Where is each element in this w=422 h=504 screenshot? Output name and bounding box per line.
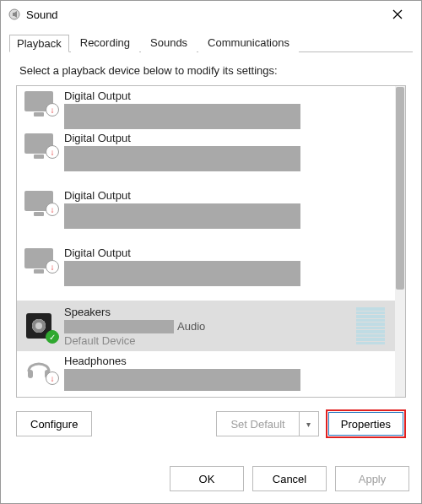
tab-recording[interactable]: Recording [71, 32, 139, 52]
device-icon-wrap: ↓ [20, 355, 57, 380]
set-default-dropdown[interactable]: ▾ [299, 411, 319, 436]
device-subline: Audio [64, 320, 356, 333]
set-default-button[interactable]: Set Default [216, 411, 298, 436]
device-icon-wrap: ↓ [20, 189, 57, 211]
redacted-subtext [64, 104, 300, 129]
redacted-subtext [64, 261, 300, 286]
redacted-subtext [64, 320, 174, 333]
close-icon [392, 9, 403, 19]
device-text: Headphones [57, 355, 392, 391]
device-name: Speakers [64, 306, 356, 318]
titlebar: Sound [1, 1, 421, 28]
level-meter [356, 307, 385, 344]
sound-dialog: Sound Playback Recording Sounds Communic… [0, 0, 422, 504]
device-status: Default Device [64, 334, 356, 347]
tab-playback[interactable]: Playback [9, 35, 69, 52]
device-name: Digital Output [64, 247, 392, 259]
redacted-subtext [64, 369, 300, 391]
device-list-inner: ↓ Digital Output ↓ Digital Output [17, 86, 395, 397]
device-text: Digital Output [57, 247, 392, 286]
sound-app-icon [8, 8, 21, 21]
down-arrow-icon: ↓ [46, 203, 59, 216]
properties-button[interactable]: Properties [328, 412, 403, 436]
configure-button[interactable]: Configure [16, 411, 92, 436]
set-default-group: Set Default ▾ [216, 411, 318, 436]
device-icon-wrap: ↓ [20, 89, 57, 111]
dialog-button-row: OK Cancel Apply [1, 458, 421, 503]
down-arrow-icon: ↓ [46, 103, 59, 117]
device-text: Speakers Audio Default Device [57, 306, 356, 347]
down-arrow-icon: ↓ [46, 145, 59, 159]
tab-sounds[interactable]: Sounds [141, 32, 197, 52]
device-name: Digital Output [64, 132, 392, 144]
panel-button-row: Configure Set Default ▾ Properties [16, 409, 406, 438]
close-button[interactable] [381, 2, 414, 27]
device-text: Digital Output [57, 89, 392, 129]
device-row-selected[interactable]: ✓ Speakers Audio Default Device [17, 301, 395, 351]
apply-button[interactable]: Apply [335, 466, 409, 491]
scrollbar[interactable] [395, 86, 405, 397]
device-name: Digital Output [64, 89, 392, 102]
instruction-text: Select a playback device below to modify… [19, 64, 403, 77]
device-icon-wrap: ↓ [20, 132, 57, 154]
redacted-subtext [64, 203, 300, 229]
check-icon: ✓ [46, 330, 59, 344]
playback-panel: Select a playback device below to modify… [9, 51, 413, 451]
device-icon-wrap: ↓ [20, 247, 57, 268]
redacted-subtext [64, 146, 300, 171]
device-text: Digital Output [57, 189, 392, 229]
device-icon-wrap: ✓ [20, 313, 57, 339]
svg-rect-1 [28, 370, 33, 378]
ok-button[interactable]: OK [170, 466, 244, 491]
chevron-down-icon: ▾ [306, 420, 311, 429]
device-row[interactable]: ↓ Digital Output [17, 128, 395, 186]
device-sub-suffix: Audio [177, 320, 205, 333]
device-row[interactable]: ↓ Headphones [17, 351, 395, 395]
properties-highlight: Properties [326, 409, 406, 438]
tab-strip: Playback Recording Sounds Communications [1, 28, 421, 51]
device-name: Digital Output [64, 189, 392, 202]
scroll-thumb[interactable] [396, 87, 404, 290]
device-row[interactable]: ↓ Digital Output [17, 86, 395, 128]
tab-communications[interactable]: Communications [198, 32, 299, 52]
device-row[interactable]: ↓ Digital Output [17, 243, 395, 301]
device-name: Headphones [64, 355, 392, 367]
cancel-button[interactable]: Cancel [252, 466, 327, 491]
device-list: ↓ Digital Output ↓ Digital Output [16, 85, 406, 398]
device-row[interactable]: ↓ Digital Output [17, 186, 395, 243]
down-arrow-icon: ↓ [46, 371, 59, 385]
down-arrow-icon: ↓ [46, 260, 59, 274]
device-text: Digital Output [57, 132, 392, 171]
window-title: Sound [26, 8, 381, 21]
